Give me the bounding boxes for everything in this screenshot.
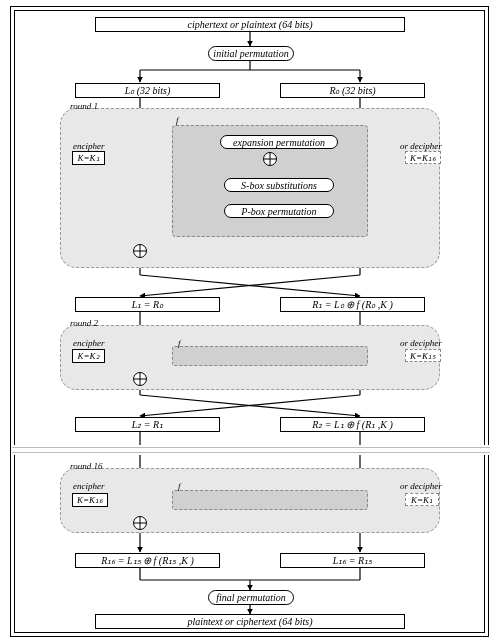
exp-label: expansion permutation — [233, 137, 325, 148]
encipher-label-16: encipher — [73, 481, 105, 491]
pbox: P-box permutation — [224, 204, 334, 218]
expansion-perm: expansion permutation — [220, 135, 338, 149]
L2-box: L₂ = R₁ — [75, 417, 220, 432]
R1-label: R₁ = L₀ ⊕ f (R₀ ,K ) — [312, 299, 393, 310]
Kd1-label: K=K₁₆ — [410, 153, 436, 163]
output-box: plaintext or ciphertext (64 bits) — [95, 614, 405, 629]
pbox-label: P-box permutation — [241, 206, 316, 217]
or-decipher-1: or decipher — [400, 141, 442, 151]
final-permutation: final permutation — [208, 590, 294, 605]
K1-label: K=K₁ — [77, 153, 99, 163]
K16-label: K=K₁₆ — [77, 495, 103, 505]
f-bg-16 — [172, 490, 368, 510]
Kd2-box: K=K₁₅ — [405, 349, 441, 362]
K2-label: K=K₂ — [77, 351, 99, 361]
R0-label: R₀ (32 bits) — [329, 85, 375, 96]
xor-icon-inner-1 — [263, 152, 277, 166]
ellipsis-break — [12, 445, 490, 455]
round2-label: round 2 — [70, 318, 98, 328]
sbox-label: S-box substitutions — [241, 180, 317, 191]
sbox: S-box substitutions — [224, 178, 334, 192]
L0-label: L₀ (32 bits) — [125, 85, 171, 96]
xor-icon-outer-16 — [133, 516, 147, 530]
R2-box: R₂ = L₁ ⊕ f (R₁ ,K ) — [280, 417, 425, 432]
xor-icon-outer-1 — [133, 244, 147, 258]
R2-label: R₂ = L₁ ⊕ f (R₁ ,K ) — [312, 419, 393, 430]
round16-label: round 16 — [70, 461, 102, 471]
K1-box: K=K₁ — [72, 151, 105, 165]
Kd1-box: K=K₁₆ — [405, 151, 441, 164]
initial-permutation: initial permutation — [208, 46, 294, 61]
f-bg-2 — [172, 346, 368, 366]
Kd2-label: K=K₁₅ — [410, 351, 436, 361]
L1-label: L₁ = R₀ — [132, 299, 163, 310]
encipher-label-1: encipher — [73, 141, 105, 151]
K2-box: K=K₂ — [72, 349, 105, 363]
encipher-label-2: encipher — [73, 338, 105, 348]
L16-label: L₁₆ = R₁₅ — [333, 555, 372, 566]
input-box: ciphertext or plaintext (64 bits) — [95, 17, 405, 32]
f-label-1: f — [176, 115, 179, 125]
or-decipher-16: or decipher — [400, 481, 442, 491]
round1-label: round 1 — [70, 101, 98, 111]
R1-box: R₁ = L₀ ⊕ f (R₀ ,K ) — [280, 297, 425, 312]
Kd16-label: K=K₁ — [411, 495, 433, 505]
xor-icon-outer-2 — [133, 372, 147, 386]
or-decipher-2: or decipher — [400, 338, 442, 348]
L0-box: L₀ (32 bits) — [75, 83, 220, 98]
fp-label: final permutation — [216, 592, 286, 603]
output-label: plaintext or ciphertext (64 bits) — [188, 616, 313, 627]
K16-box: K=K₁₆ — [72, 493, 108, 507]
f-label-2: f — [178, 338, 181, 348]
input-label: ciphertext or plaintext (64 bits) — [188, 19, 313, 30]
R16-box: R₁₆ = L₁₅ ⊕ f (R₁₅ ,K ) — [75, 553, 220, 568]
f-label-16: f — [178, 481, 181, 491]
R16-label: R₁₆ = L₁₅ ⊕ f (R₁₅ ,K ) — [101, 555, 194, 566]
R0-box: R₀ (32 bits) — [280, 83, 425, 98]
Kd16-box: K=K₁ — [405, 493, 439, 506]
L1-box: L₁ = R₀ — [75, 297, 220, 312]
ip-label: initial permutation — [213, 48, 288, 59]
L2-label: L₂ = R₁ — [132, 419, 163, 430]
L16-box: L₁₆ = R₁₅ — [280, 553, 425, 568]
